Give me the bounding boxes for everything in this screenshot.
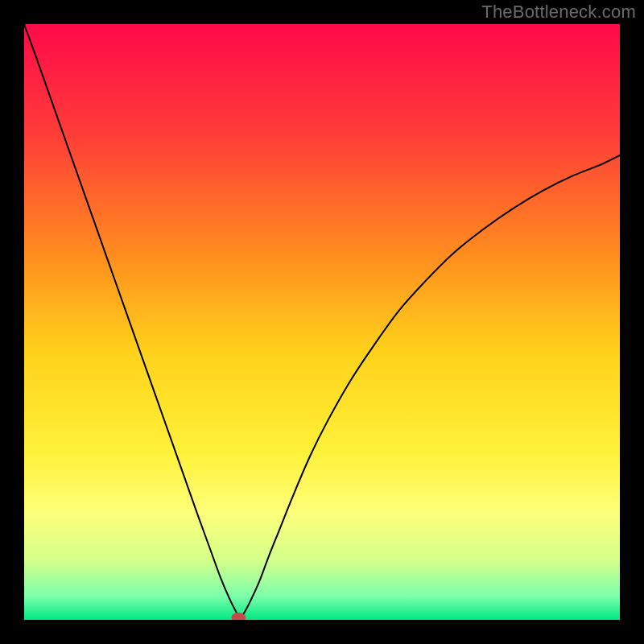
plot-area [24,24,620,620]
chart-svg [24,24,620,620]
gradient-background [24,24,620,620]
attribution-text: TheBottleneck.com [481,2,636,23]
chart-frame: TheBottleneck.com [0,0,644,644]
